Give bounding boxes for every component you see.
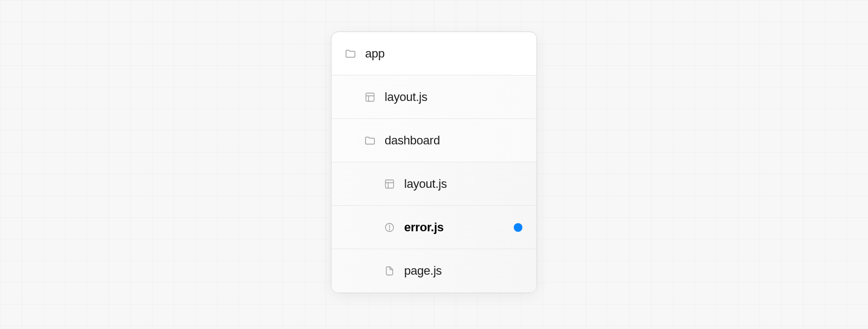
tree-label: page.js — [404, 264, 442, 278]
error-icon — [384, 222, 395, 233]
file-icon — [384, 265, 395, 277]
layout-icon — [364, 91, 376, 103]
folder-icon — [364, 135, 376, 147]
svg-point-8 — [390, 229, 390, 230]
tree-label: dashboard — [385, 134, 440, 148]
tree-row-root[interactable]: app — [331, 32, 537, 75]
tree-row-dashboard[interactable]: dashboard — [331, 119, 537, 162]
svg-rect-0 — [366, 93, 374, 101]
tree-label-root: app — [365, 47, 385, 61]
svg-rect-3 — [386, 180, 394, 188]
tree-label: error.js — [404, 220, 444, 235]
tree-label: layout.js — [385, 90, 427, 104]
tree-row-page[interactable]: page.js — [331, 249, 537, 293]
highlight-dot — [514, 223, 522, 232]
tree-row-error[interactable]: error.js — [331, 206, 537, 249]
folder-icon — [344, 48, 356, 60]
layout-icon — [384, 178, 395, 190]
tree-label: layout.js — [404, 177, 447, 191]
tree-row-layout-nested[interactable]: layout.js — [331, 162, 537, 206]
file-tree: app layout.js dashboard la — [331, 31, 537, 293]
tree-row-layout[interactable]: layout.js — [331, 75, 537, 119]
